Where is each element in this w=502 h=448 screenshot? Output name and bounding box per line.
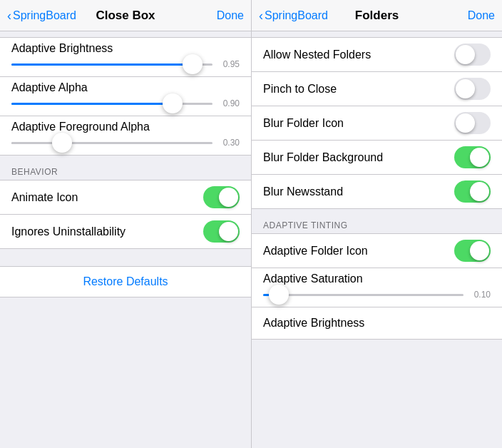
blur-newsstand-cell: Blur Newsstand <box>252 175 502 208</box>
blur-folder-icon-knob <box>456 113 475 133</box>
adaptive-foreground-alpha-value: 0.30 <box>218 138 240 148</box>
behavior-group: Animate Icon Ignores Uninstallability <box>0 180 251 249</box>
adaptive-brightness-slider-cell[interactable]: Adaptive Brightness 0.95 <box>0 38 251 77</box>
left-sliders-group: Adaptive Brightness 0.95 Adaptive Alpha <box>0 37 251 156</box>
allow-nested-folders-label: Allow Nested Folders <box>263 49 371 61</box>
adaptive-foreground-alpha-slider-cell[interactable]: Adaptive Foreground Alpha 0.30 <box>0 116 251 155</box>
blur-folder-background-label: Blur Folder Background <box>263 151 383 164</box>
right-content: Allow Nested Folders Pinch to Close Blur… <box>252 31 502 448</box>
adaptive-alpha-value: 0.90 <box>218 98 240 108</box>
adaptive-folder-icon-cell: Adaptive Folder Icon <box>252 234 502 268</box>
adaptive-brightness-track[interactable] <box>11 63 212 66</box>
adaptive-foreground-alpha-track[interactable] <box>11 142 212 144</box>
blur-folder-icon-cell: Blur Folder Icon <box>252 106 502 141</box>
adaptive-tinting-group: Adaptive Folder Icon Adaptive Saturation… <box>252 233 502 340</box>
restore-defaults-cell[interactable]: Restore Defaults <box>0 266 251 297</box>
pinch-to-close-cell: Pinch to Close <box>252 72 502 106</box>
ignores-uninstallability-toggle-knob <box>219 222 238 241</box>
ignores-uninstallability-cell: Ignores Uninstallability <box>0 215 251 248</box>
adaptive-saturation-thumb[interactable] <box>269 285 289 305</box>
right-back-label: SpringBoard <box>265 9 328 22</box>
blur-folder-background-knob <box>470 148 489 167</box>
pinch-to-close-knob <box>456 79 475 98</box>
right-nav-title: Folders <box>355 9 399 23</box>
adaptive-tinting-header: ADAPTIVE TINTING <box>252 215 502 233</box>
adaptive-brightness-value: 0.95 <box>218 59 240 69</box>
blur-newsstand-knob <box>470 182 489 201</box>
adaptive-brightness-label: Adaptive Brightness <box>11 42 240 55</box>
allow-nested-folders-cell: Allow Nested Folders <box>252 38 502 72</box>
right-chevron-icon: ‹ <box>259 9 263 22</box>
blur-folder-background-toggle[interactable] <box>454 146 491 168</box>
adaptive-brightness-fill <box>11 63 193 66</box>
pinch-to-close-toggle[interactable] <box>454 78 491 100</box>
animate-icon-toggle[interactable] <box>203 186 240 208</box>
left-chevron-icon: ‹ <box>7 9 11 22</box>
adaptive-brightness-right-cell: Adaptive Brightness <box>252 307 502 339</box>
adaptive-folder-icon-label: Adaptive Folder Icon <box>263 245 368 258</box>
left-back-label: SpringBoard <box>13 9 76 22</box>
adaptive-saturation-slider-cell[interactable]: Adaptive Saturation 0.10 <box>252 268 502 307</box>
allow-nested-folders-knob <box>456 45 475 64</box>
blur-newsstand-toggle[interactable] <box>454 180 491 203</box>
adaptive-alpha-thumb[interactable] <box>163 93 183 113</box>
animate-icon-cell: Animate Icon <box>0 180 251 215</box>
adaptive-saturation-track[interactable] <box>263 294 463 296</box>
ignores-uninstallability-label: Ignores Uninstallability <box>11 225 125 238</box>
right-nav-bar: ‹ SpringBoard Folders Done <box>252 0 502 31</box>
blur-folder-background-cell: Blur Folder Background <box>252 141 502 175</box>
right-done-button[interactable]: Done <box>468 9 495 22</box>
adaptive-saturation-label: Adaptive Saturation <box>263 273 491 285</box>
adaptive-alpha-slider-cell[interactable]: Adaptive Alpha 0.90 <box>0 77 251 116</box>
folders-top-group: Allow Nested Folders Pinch to Close Blur… <box>252 37 502 209</box>
adaptive-alpha-track[interactable] <box>11 103 212 105</box>
left-back-button[interactable]: ‹ SpringBoard <box>7 9 76 22</box>
allow-nested-folders-toggle[interactable] <box>454 44 491 66</box>
blur-folder-icon-label: Blur Folder Icon <box>263 117 344 130</box>
adaptive-alpha-label: Adaptive Alpha <box>11 81 240 94</box>
adaptive-saturation-value: 0.10 <box>469 290 491 300</box>
blur-newsstand-label: Blur Newsstand <box>263 185 343 198</box>
left-done-button[interactable]: Done <box>217 9 244 22</box>
adaptive-foreground-alpha-label: Adaptive Foreground Alpha <box>11 121 240 133</box>
adaptive-folder-icon-knob <box>470 241 489 260</box>
right-back-button[interactable]: ‹ SpringBoard <box>259 9 328 22</box>
left-panel: ‹ SpringBoard Close Box Done Adaptive Br… <box>0 0 251 448</box>
adaptive-folder-icon-toggle[interactable] <box>454 240 491 262</box>
animate-icon-label: Animate Icon <box>11 191 78 204</box>
left-nav-bar: ‹ SpringBoard Close Box Done <box>0 0 251 31</box>
adaptive-foreground-alpha-thumb[interactable] <box>52 133 72 153</box>
adaptive-brightness-thumb[interactable] <box>183 54 203 74</box>
adaptive-alpha-fill <box>11 103 173 105</box>
blur-folder-icon-toggle[interactable] <box>454 112 491 134</box>
restore-defaults-label[interactable]: Restore Defaults <box>83 275 168 288</box>
ignores-uninstallability-toggle[interactable] <box>203 220 240 243</box>
adaptive-brightness-right-label: Adaptive Brightness <box>263 317 364 330</box>
left-nav-title: Close Box <box>96 9 155 23</box>
animate-icon-toggle-knob <box>219 188 238 207</box>
left-content: Adaptive Brightness 0.95 Adaptive Alpha <box>0 31 251 448</box>
behavior-section-header: BEHAVIOR <box>0 161 251 180</box>
right-panel: ‹ SpringBoard Folders Done Allow Nested … <box>251 0 502 448</box>
pinch-to-close-label: Pinch to Close <box>263 83 337 96</box>
